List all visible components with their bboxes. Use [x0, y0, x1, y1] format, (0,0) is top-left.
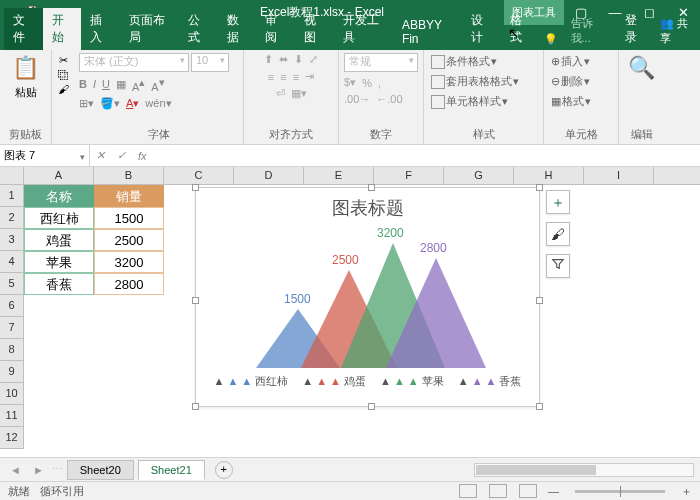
page-break-view-icon[interactable] [519, 484, 537, 498]
chart-legend[interactable]: ▲ 西红柿 ▲ 鸡蛋 ▲ 苹果 ▲ 香蕉 [196, 368, 539, 395]
orientation-icon[interactable]: ⤢ [309, 53, 318, 66]
tab-formulas[interactable]: 公式 [179, 8, 218, 50]
tab-developer[interactable]: 开发工具 [334, 8, 393, 50]
shrink-font-button[interactable]: A▾ [151, 76, 164, 93]
tab-abbyy[interactable]: ABBYY Fin [393, 14, 462, 50]
legend-item[interactable]: ▲ 苹果 [380, 374, 444, 389]
increase-decimal-icon[interactable]: .00→ [344, 93, 370, 105]
resize-handle[interactable] [192, 403, 199, 410]
table-cell[interactable]: 3200 [94, 251, 164, 273]
select-all-corner[interactable] [0, 167, 24, 185]
tab-file[interactable]: 文件 [4, 8, 43, 50]
align-top-icon[interactable]: ⬆ [264, 53, 273, 66]
tab-view[interactable]: 视图 [295, 8, 334, 50]
conditional-format-button[interactable]: 条件格式▾ [429, 53, 538, 70]
sheet-nav-prev[interactable]: ◄ [6, 464, 25, 476]
row-headers[interactable]: 12345 678910 1112 [0, 185, 24, 449]
chart-plot-area[interactable]: 1500 2500 3200 2800 [216, 228, 519, 368]
bold-button[interactable]: B [79, 78, 87, 90]
chart-filter-button[interactable] [546, 254, 570, 278]
table-cell[interactable]: 鸡蛋 [24, 229, 94, 251]
tab-home[interactable]: 开始 [43, 8, 82, 50]
table-cell[interactable]: 1500 [94, 207, 164, 229]
italic-button[interactable]: I [93, 78, 96, 90]
table-cell[interactable]: 2500 [94, 229, 164, 251]
comma-icon[interactable]: , [378, 77, 381, 89]
table-header-b[interactable]: 销量 [94, 185, 164, 207]
fx-icon[interactable]: fx [132, 150, 153, 162]
tab-format[interactable]: 格式 [501, 8, 540, 50]
column-headers[interactable]: A B C D E F G H I [24, 167, 700, 185]
grow-font-button[interactable]: A▴ [132, 76, 145, 93]
resize-handle[interactable] [192, 297, 199, 304]
share-button[interactable]: 👥 共享 [654, 12, 700, 50]
sheet-tab[interactable]: Sheet20 [67, 460, 134, 480]
copy-icon[interactable]: ⿻ [58, 69, 69, 81]
font-size-select[interactable]: 10 [191, 53, 229, 72]
accept-formula-icon[interactable]: ✓ [111, 149, 132, 162]
legend-item[interactable]: ▲ 西红柿 [214, 374, 289, 389]
chart-elements-button[interactable]: ＋ [546, 190, 570, 214]
login-link[interactable]: 登录 [616, 8, 655, 50]
table-cell[interactable]: 香蕉 [24, 273, 94, 295]
zoom-slider[interactable] [575, 490, 665, 493]
tab-pagelayout[interactable]: 页面布局 [120, 8, 179, 50]
align-left-icon[interactable]: ≡ [268, 71, 274, 83]
indent-icon[interactable]: ⇥ [305, 70, 314, 83]
table-format-button[interactable]: 套用表格格式▾ [429, 73, 538, 90]
delete-cells-button[interactable]: ⊖删除▾ [549, 73, 613, 90]
cell-styles-button[interactable]: 单元格样式▾ [429, 93, 538, 110]
font-name-select[interactable]: 宋体 (正文) [79, 53, 189, 72]
table-header-a[interactable]: 名称 [24, 185, 94, 207]
sheet-nav-next[interactable]: ► [29, 464, 48, 476]
name-box[interactable]: 图表 7 [0, 145, 90, 166]
align-middle-icon[interactable]: ⬌ [279, 53, 288, 66]
insert-cells-button[interactable]: ⊕插入▾ [549, 53, 613, 70]
normal-view-icon[interactable] [459, 484, 477, 498]
format-painter-icon[interactable]: 🖌 [58, 83, 69, 95]
chart-series-4[interactable] [386, 258, 486, 368]
resize-handle[interactable] [368, 403, 375, 410]
resize-handle[interactable] [536, 403, 543, 410]
chart-object[interactable]: 图表标题 1500 2500 3200 2800 ▲ 西红柿 ▲ 鸡蛋 ▲ 苹果… [195, 187, 540, 407]
border-dropdown[interactable]: ⊞▾ [79, 97, 94, 110]
fill-color-button[interactable]: 🪣▾ [100, 97, 120, 110]
percent-icon[interactable]: % [362, 77, 372, 89]
chart-title[interactable]: 图表标题 [196, 188, 539, 228]
align-right-icon[interactable]: ≡ [293, 71, 299, 83]
table-cell[interactable]: 2800 [94, 273, 164, 295]
sheet-tab-active[interactable]: Sheet21 [138, 460, 205, 480]
underline-button[interactable]: U [102, 78, 110, 90]
format-cells-button[interactable]: ▦格式▾ [549, 93, 613, 110]
tab-review[interactable]: 审阅 [256, 8, 295, 50]
resize-handle[interactable] [192, 184, 199, 191]
table-cell[interactable]: 西红柿 [24, 207, 94, 229]
horizontal-scrollbar[interactable] [474, 463, 694, 477]
border-button[interactable]: ▦ [116, 78, 126, 91]
phonetic-button[interactable]: wén▾ [145, 97, 171, 110]
align-bottom-icon[interactable]: ⬇ [294, 53, 303, 66]
tab-insert[interactable]: 插入 [81, 8, 120, 50]
decrease-decimal-icon[interactable]: ←.00 [376, 93, 402, 105]
align-center-icon[interactable]: ≡ [280, 71, 286, 83]
paste-icon[interactable]: 📋 [11, 53, 41, 83]
resize-handle[interactable] [368, 184, 375, 191]
cut-icon[interactable]: ✂ [59, 54, 68, 67]
table-cell[interactable]: 苹果 [24, 251, 94, 273]
zoom-out-button[interactable]: ― [548, 485, 559, 497]
merge-icon[interactable]: ▦▾ [291, 87, 307, 100]
tab-data[interactable]: 数据 [218, 8, 257, 50]
tell-me[interactable]: 告诉我... [562, 12, 616, 50]
number-format-select[interactable]: 常规 [344, 53, 418, 72]
chart-styles-button[interactable]: 🖌 [546, 222, 570, 246]
tab-design[interactable]: 设计 [462, 8, 501, 50]
find-icon[interactable]: 🔍 [627, 53, 657, 83]
legend-item[interactable]: ▲ 香蕉 [458, 374, 522, 389]
legend-item[interactable]: ▲ 鸡蛋 [302, 374, 366, 389]
resize-handle[interactable] [536, 184, 543, 191]
add-sheet-button[interactable]: + [215, 461, 233, 479]
page-layout-view-icon[interactable] [489, 484, 507, 498]
currency-icon[interactable]: $▾ [344, 76, 356, 89]
zoom-in-button[interactable]: ＋ [681, 484, 692, 499]
resize-handle[interactable] [536, 297, 543, 304]
